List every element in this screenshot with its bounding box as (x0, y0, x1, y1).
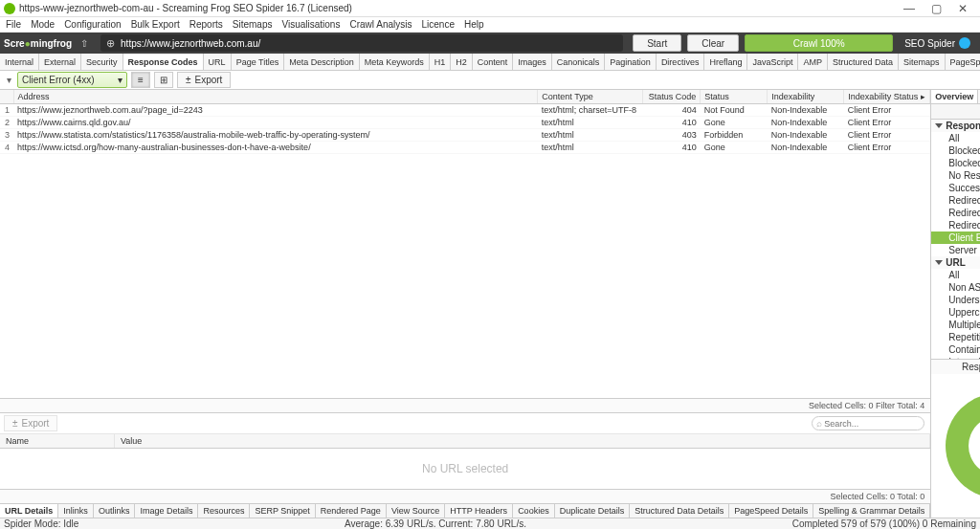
tab-javascript[interactable]: JavaScript (747, 54, 798, 70)
table-row[interactable]: 2https://www.cairns.qld.gov.au/text/html… (0, 117, 930, 129)
menu-mode[interactable]: Mode (31, 19, 55, 30)
filter-toolbar: ▾ Client Error (4xx)▾ ≡ ⊞ ±Export (0, 71, 980, 90)
overview-item[interactable]: Redirection (Jav...00% (931, 207, 980, 219)
table-row[interactable]: 3https://www.statista.com/statistics/117… (0, 129, 930, 142)
view-tree-icon[interactable]: ⊞ (154, 72, 173, 88)
detail-tab-resources[interactable]: Resources (198, 504, 250, 518)
tab-meta-keywords[interactable]: Meta Keywords (360, 54, 430, 70)
minimize-button[interactable]: — (896, 2, 923, 15)
tab-internal[interactable]: Internal (0, 54, 39, 70)
table-row[interactable]: 4https://www.ictsd.org/how-many-australi… (0, 142, 930, 154)
overview-item[interactable]: Client Error (4xx)40.69% (931, 231, 980, 244)
detail-status: Selected Cells: 0 Total: 0 (0, 489, 930, 503)
col-value: Value (115, 434, 930, 448)
detail-tab-pagespeed-details[interactable]: PageSpeed Details (729, 504, 813, 518)
clear-button[interactable]: Clear (687, 34, 739, 52)
overview-item[interactable]: Repetitive Path00% (931, 331, 980, 343)
url-input-wrap[interactable]: ⊕ (100, 34, 623, 52)
detail-tab-rendered-page[interactable]: Rendered Page (316, 504, 387, 518)
chart-title: Response Codes (931, 359, 980, 374)
overview-item[interactable]: Server Error (5xx)00% (931, 244, 980, 256)
results-table[interactable]: AddressContent TypeStatus CodeStatusInde… (0, 90, 930, 398)
tab-pagination[interactable]: Pagination (605, 54, 657, 70)
close-window-button[interactable]: ✕ (949, 2, 976, 15)
detail-tab-http-headers[interactable]: HTTP Headers (445, 504, 513, 518)
menu-reports[interactable]: Reports (189, 19, 223, 30)
detail-tab-spelling-grammar-details[interactable]: Spelling & Grammar Details (813, 504, 930, 518)
detail-tab-inlinks[interactable]: Inlinks (58, 504, 94, 518)
menu-bar: FileModeConfigurationBulk ExportReportsS… (0, 17, 980, 33)
overview-item[interactable]: Blocked Resourcei00% (931, 157, 980, 169)
tab-pagespeed[interactable]: PageSpeed (946, 54, 980, 70)
tab-amp[interactable]: AMP (798, 54, 828, 70)
window-titlebar: https-www-jeznorthweb-com-au - Screaming… (0, 0, 980, 17)
overview-item[interactable]: Redirection (Met...00% (931, 219, 980, 231)
overview-item[interactable]: Non ASCII Char...30.66% (931, 281, 980, 294)
tab-directives[interactable]: Directives (657, 54, 705, 70)
detail-tab-duplicate-details[interactable]: Duplicate Details (555, 504, 631, 518)
overview-item[interactable]: Contains Space00% (931, 343, 980, 356)
menu-crawl analysis[interactable]: Crawl Analysis (349, 19, 412, 30)
tab-page-titles[interactable]: Page Titles (232, 54, 285, 70)
main-tabs: InternalExternalSecurityResponse CodesUR… (0, 54, 980, 71)
tab-meta-description[interactable]: Meta Description (284, 54, 360, 70)
overview-section[interactable]: URL (931, 256, 980, 269)
tab-sitemaps[interactable]: Sitemaps (899, 54, 946, 70)
menu-visualisations[interactable]: Visualisations (281, 19, 340, 30)
overview-item[interactable]: All579100% (931, 132, 980, 144)
tab-security[interactable]: Security (81, 54, 123, 70)
tab-h2[interactable]: H2 (451, 54, 473, 70)
detail-export-button[interactable]: ±Export (4, 415, 57, 431)
overview-item[interactable]: Blocked by Rob...10.17% (931, 144, 980, 157)
menu-file[interactable]: File (6, 19, 21, 30)
menu-help[interactable]: Help (464, 19, 484, 30)
detail-tab-url-details[interactable]: URL Details (0, 504, 58, 518)
tab-hreflang[interactable]: Hreflang (704, 54, 747, 70)
search-icon: ⌕ (816, 418, 822, 429)
brand-tag: SEO Spider (904, 37, 970, 49)
filter-dropdown[interactable]: Client Error (4xx)▾ (17, 72, 127, 88)
overview-list[interactable]: Response CodesAll579100%Blocked by Rob..… (931, 120, 980, 359)
tab-h1[interactable]: H1 (430, 54, 452, 70)
tab-url[interactable]: URL (204, 54, 232, 70)
table-row[interactable]: 1https://www.jeznorthweb.com.au/?page_id… (0, 104, 930, 117)
overview-item[interactable]: Uppercase00% (931, 306, 980, 319)
tab-response-codes[interactable]: Response Codes (123, 54, 204, 70)
detail-tab-serp-snippet[interactable]: SERP Snippet (250, 504, 315, 518)
detail-tab-image-details[interactable]: Image Details (135, 504, 198, 518)
detail-search[interactable]: ⌕ (812, 416, 924, 430)
menu-sitemaps[interactable]: Sitemaps (233, 19, 273, 30)
tab-content[interactable]: Content (473, 54, 514, 70)
overview-section[interactable]: Response Codes (931, 120, 980, 132)
detail-tab-cookies[interactable]: Cookies (513, 504, 555, 518)
tab-external[interactable]: External (39, 54, 81, 70)
view-list-icon[interactable]: ≡ (131, 72, 150, 88)
tab-images[interactable]: Images (513, 54, 552, 70)
overview-item[interactable]: Multiple Slashes00% (931, 319, 980, 331)
url-input[interactable] (121, 38, 617, 49)
right-tab-overview[interactable]: Overview (931, 90, 978, 103)
upload-icon[interactable]: ⇧ (78, 38, 91, 49)
overview-item[interactable]: Underscores10.22% (931, 294, 980, 306)
detail-tab-view-source[interactable]: View Source (387, 504, 445, 518)
overview-item[interactable]: Success (2xx)56597.58% (931, 182, 980, 194)
overview-item[interactable]: All456100% (931, 269, 980, 281)
overview-item[interactable]: No Response30.52% (931, 169, 980, 182)
gear-icon[interactable] (959, 37, 970, 49)
menu-licence[interactable]: Licence (421, 19, 454, 30)
menu-configuration[interactable]: Configuration (64, 19, 121, 30)
detail-tab-structured-data-details[interactable]: Structured Data Details (630, 504, 729, 518)
overview-header: URLs% of... (931, 104, 980, 120)
overview-item[interactable]: Redirection (3xx)61.04% (931, 194, 980, 207)
spider-mode: Spider Mode: Idle (4, 518, 78, 529)
detail-tab-outlinks[interactable]: Outlinks (94, 504, 136, 518)
menu-bulk export[interactable]: Bulk Export (131, 19, 180, 30)
export-button[interactable]: ±Export (177, 72, 231, 88)
start-button[interactable]: Start (633, 34, 681, 52)
detail-tabs: URL DetailsInlinksOutlinksImage DetailsR… (0, 503, 930, 518)
filter-icon[interactable]: ▾ (4, 75, 13, 85)
maximize-button[interactable]: ▢ (923, 2, 949, 15)
tab-canonicals[interactable]: Canonicals (552, 54, 606, 70)
tab-structured-data[interactable]: Structured Data (828, 54, 899, 70)
detail-panel: ±Export ⌕ NameValue No URL selected Sele… (0, 412, 930, 518)
